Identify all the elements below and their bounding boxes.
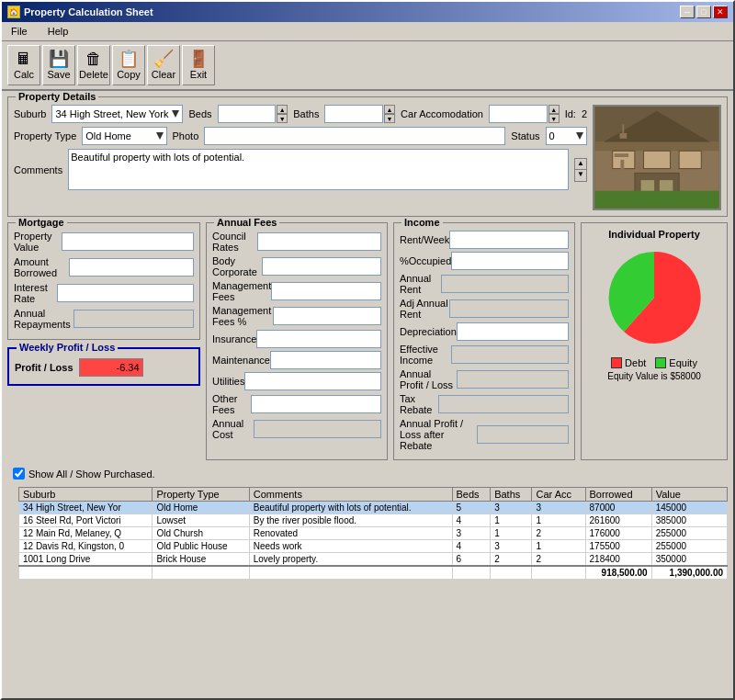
table-cell: 2	[532, 527, 585, 540]
exit-label: Exit	[190, 69, 207, 80]
legend-debt: Debt	[611, 357, 646, 368]
main-window: 🏠 Property Calculation Sheet ─ □ ✕ File …	[0, 0, 735, 700]
table-cell: 6	[452, 553, 491, 567]
svg-rect-13	[615, 153, 628, 157]
inc-value-5[interactable]: 9540	[451, 345, 569, 364]
inc-value-6[interactable]: -494.5	[457, 370, 569, 389]
exit-button[interactable]: 🚪 Exit	[182, 45, 215, 85]
baths-input[interactable]: 3	[324, 105, 383, 123]
af-value-5[interactable]: 100	[270, 351, 381, 369]
mort-value-0[interactable]: 145000	[62, 232, 194, 251]
beds-input[interactable]: 5	[218, 105, 277, 123]
show-all-checkbox[interactable]	[13, 468, 25, 480]
totals-cell	[532, 566, 585, 580]
inc-field-5: Effective Income 9540	[400, 344, 569, 366]
mortgage-label: Mortgage	[16, 217, 67, 228]
table-cell: 1	[491, 527, 532, 540]
title-bar-left: 🏠 Property Calculation Sheet	[7, 6, 153, 18]
equity-value-text: Equity Value is $58000	[587, 371, 721, 381]
car-down[interactable]: ▼	[548, 114, 560, 123]
table-row[interactable]: 12 Davis Rd, Kingston, 0Old Public House…	[19, 540, 728, 553]
inc-value-3[interactable]: 8840	[449, 299, 569, 318]
maximize-button[interactable]: □	[696, 6, 711, 18]
inc-label-4: Depreciation	[400, 326, 457, 337]
table-cell: 255000	[651, 540, 727, 553]
comments-textarea[interactable]	[68, 149, 569, 190]
af-value-0[interactable]: 1732	[257, 232, 381, 251]
beds-spinner: 5 ▲ ▼	[218, 105, 288, 123]
svg-rect-10	[594, 191, 718, 209]
photo-input[interactable]: C:\Program Files\Property M...	[204, 127, 505, 145]
menu-help[interactable]: Help	[42, 24, 74, 39]
table-row[interactable]: 34 High Street, New YorOld HomeBeautiful…	[19, 502, 728, 514]
mortgage-field-2: Interest Rate 6.85	[14, 282, 194, 304]
inc-value-7[interactable]: 164.83	[438, 395, 569, 413]
pie-chart	[604, 247, 705, 348]
delete-button[interactable]: 🗑 Delete	[77, 45, 110, 85]
mort-value-2[interactable]: 6.85	[57, 284, 194, 302]
table-row[interactable]: 1001 Long DriveBrick HouseLovely propert…	[19, 553, 728, 567]
table-cell: 145000	[651, 502, 727, 514]
table-cell: 12 Davis Rd, Kingston, 0	[19, 540, 153, 553]
af-value-1[interactable]: 880	[262, 257, 381, 276]
baths-down[interactable]: ▼	[384, 114, 395, 123]
calc-button[interactable]: 🖩 Calc	[7, 45, 40, 85]
baths-up[interactable]: ▲	[384, 105, 395, 114]
minimize-button[interactable]: ─	[680, 6, 695, 18]
status-select[interactable]: 0	[546, 127, 588, 145]
scroll-up[interactable]: ▲	[575, 159, 586, 170]
table-row[interactable]: 12 Main Rd, Melaney, QOld ChurshRenovate…	[19, 527, 728, 540]
menu-file[interactable]: File	[6, 24, 33, 39]
inc-value-2[interactable]: 8840	[441, 275, 569, 293]
mort-value-1[interactable]: 87000	[69, 258, 194, 277]
mortgage-field-3: Annual Repayments 5959.5	[14, 308, 194, 330]
delete-label: Delete	[79, 69, 108, 80]
car-input[interactable]: 3	[489, 105, 548, 123]
mort-label-2: Interest Rate	[14, 282, 57, 304]
table-row[interactable]: 16 Steel Rd, Port VictoriLowsetBy the ri…	[19, 514, 728, 527]
property-row1: Suburb 34 High Street, New York Beds 5 ▲…	[14, 105, 587, 123]
beds-up[interactable]: ▲	[277, 105, 288, 114]
copy-button[interactable]: 📋 Copy	[112, 45, 145, 85]
table-cell: 4	[452, 514, 491, 527]
scroll-down[interactable]: ▼	[575, 170, 586, 181]
baths-spinner-btns: ▲ ▼	[384, 105, 395, 123]
af-value-6[interactable]: 0	[244, 372, 381, 390]
af-value-3[interactable]: 7.5	[273, 307, 381, 325]
suburb-select[interactable]: 34 High Street, New York	[51, 105, 183, 123]
beds-down[interactable]: ▼	[277, 114, 288, 123]
totals-cell	[452, 566, 491, 580]
af-value-7[interactable]: 300	[251, 395, 381, 413]
three-col-panels: Mortgage Property Value 145000 Amount Bo…	[7, 222, 728, 460]
inc-value-0[interactable]: 170	[449, 231, 569, 249]
inc-field-4: Depreciation 700	[400, 322, 569, 341]
af-field-4: Insurance 400	[212, 330, 381, 348]
table-cell: Old Public House	[153, 540, 249, 553]
inc-value-1[interactable]: 100	[451, 252, 569, 270]
inc-value-4[interactable]: 700	[457, 322, 569, 341]
table-wrapper: Suburb Property Type Comments Beds Baths…	[7, 487, 728, 580]
af-value-4[interactable]: 400	[256, 330, 381, 348]
table-cell: 2	[491, 553, 532, 567]
clear-button[interactable]: 🧹 Clear	[147, 45, 180, 85]
table-cell: By the river posible flood.	[249, 514, 452, 527]
mort-label-0: Property Value	[14, 231, 62, 253]
mort-value-3[interactable]: 5959.5	[74, 310, 194, 328]
id-label: Id:	[565, 108, 576, 119]
svg-rect-11	[608, 160, 612, 174]
af-value-2[interactable]: 663	[271, 282, 381, 300]
inc-value-8[interactable]: -329.67	[477, 425, 569, 444]
save-button[interactable]: 💾 Save	[42, 45, 75, 85]
delete-icon: 🗑	[85, 51, 102, 67]
car-up[interactable]: ▲	[548, 105, 560, 114]
af-value-8[interactable]: 4075	[254, 420, 381, 438]
equity-color-box	[655, 357, 666, 368]
beds-spinner-btns: ▲ ▼	[277, 105, 288, 123]
close-button[interactable]: ✕	[713, 6, 728, 18]
mortgage-field-0: Property Value 145000	[14, 231, 194, 253]
table-cell: 1	[532, 514, 585, 527]
app-icon: 🏠	[7, 6, 20, 18]
af-label-2: Management Fees	[212, 280, 271, 302]
proptype-select[interactable]: Old Home	[82, 127, 166, 145]
th-caracc: Car Acc	[532, 488, 585, 502]
